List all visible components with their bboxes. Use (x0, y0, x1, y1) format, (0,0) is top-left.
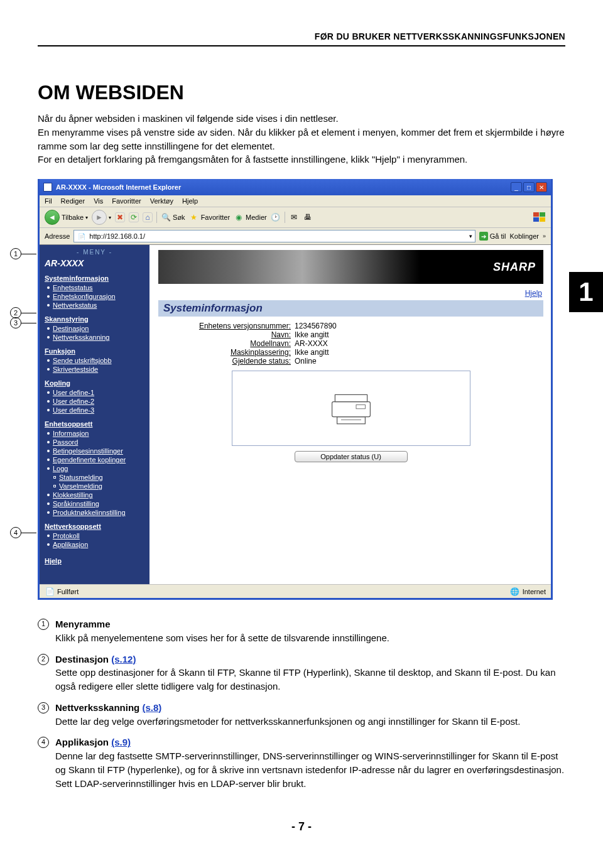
sidebar-item-sprak[interactable]: Språkinnstilling (53, 500, 99, 507)
favorites-button[interactable]: ★Favoritter (189, 212, 230, 222)
callout-column: 1 2 3 4 (10, 179, 35, 600)
menu-edit[interactable]: Rediger (61, 197, 85, 205)
sidebar-group-funksjon[interactable]: Funksjon (45, 347, 144, 355)
sidebar-group-skannstyring[interactable]: Skannstyring (45, 315, 144, 323)
browser-menubar: Fil Rediger Vis Favoritter Verktøy Hjelp (40, 195, 551, 207)
back-button[interactable]: ◄Tilbake▾ (45, 210, 88, 225)
print-icon[interactable]: 🖶 (303, 212, 313, 222)
go-button[interactable]: ➔Gå til (479, 232, 506, 241)
legend-num-4: 4 (38, 737, 49, 748)
legend-desc-1: Klikk på menyelementene som vises her fo… (55, 631, 565, 645)
sidebar-item-egendef[interactable]: Egendefinerte koplinger (53, 456, 126, 464)
sidebar-head: - MENY - (45, 249, 144, 256)
close-button[interactable]: ✕ (536, 182, 547, 192)
info-value-location: Ikke angitt (295, 348, 329, 357)
maximize-button[interactable]: □ (523, 182, 535, 192)
window-title: AR-XXXX - Microsoft Internet Explorer (56, 183, 511, 191)
sidebar-group-systeminfo[interactable]: Systeminformasjon (45, 274, 144, 282)
sidebar-item-nettverksskanning[interactable]: Nettverksskanning (53, 334, 110, 341)
legend-num-1: 1 (38, 619, 49, 630)
legend-desc-2: Sette opp destinasjoner for å Skann til … (55, 666, 565, 693)
legend-num-3: 3 (38, 702, 49, 713)
address-bar: Adresse 📄 http://192.168.0.1/ ▾ ➔Gå til … (40, 228, 551, 245)
sidebar-item-enhetskonfig[interactable]: Enhetskonfigurasjon (53, 293, 116, 300)
search-button[interactable]: 🔍Søk (161, 212, 185, 222)
info-label-version: Enhetens versjonsnummer: (181, 322, 291, 330)
ie-icon (43, 183, 52, 192)
callout-4: 4 (10, 527, 21, 538)
sidebar-item-ud3[interactable]: User define-3 (53, 406, 94, 414)
sidebar-group-enhetsoppsett[interactable]: Enhetsoppsett (45, 420, 144, 428)
svg-rect-3 (540, 217, 545, 222)
svg-rect-4 (335, 394, 367, 401)
sidebar-item-protokoll[interactable]: Protokoll (53, 532, 80, 540)
sidebar-item-testside[interactable]: Skrivertestside (53, 366, 98, 373)
media-button[interactable]: ◉Medier (234, 212, 267, 222)
address-input[interactable]: 📄 http://192.168.0.1/ ▾ (73, 230, 475, 242)
sidebar-item-sendejobb[interactable]: Sende utskriftsjobb (53, 357, 112, 364)
legend-link-4[interactable]: (s.9) (111, 737, 131, 747)
page-icon: 📄 (77, 231, 87, 241)
sidebar-item-applikasjon[interactable]: Applikasjon (53, 541, 88, 548)
chevron-down-icon[interactable]: ▾ (469, 233, 472, 239)
browser-window: AR-XXXX - Microsoft Internet Explorer _ … (38, 179, 553, 600)
browser-toolbar: ◄Tilbake▾ ►▾ ✖ ⟳ ⌂ 🔍Søk ★Favoritter ◉Med… (40, 207, 551, 228)
svg-rect-2 (533, 217, 539, 222)
info-value-model: AR-XXXX (295, 339, 328, 348)
sidebar-item-ud2[interactable]: User define-2 (53, 398, 94, 405)
update-status-button[interactable]: Oppdater status (U) (295, 451, 408, 462)
home-icon[interactable]: ⌂ (143, 212, 153, 222)
legend-title-1: Menyramme (55, 617, 565, 631)
sidebar-item-betingelse[interactable]: Betingelsesinnstillinger (53, 447, 123, 455)
info-label-name: Navn: (181, 330, 291, 339)
sidebar-item-produktnokkel[interactable]: Produktnøkkelinnstilling (53, 509, 126, 516)
stop-icon[interactable]: ✖ (115, 212, 125, 222)
sidebar-item-statusmelding[interactable]: Statusmelding (59, 474, 103, 481)
legend-desc-3: Dette lar deg velge overføringsmetoder f… (55, 715, 565, 729)
sidebar-item-enhetsstatus[interactable]: Enhetsstatus (53, 284, 93, 291)
legend: 1 Menyramme Klikk på menyelementene som … (38, 617, 565, 790)
menu-help[interactable]: Hjelp (182, 197, 198, 205)
info-label-model: Modellnavn: (181, 339, 291, 348)
sidebar-item-klokke[interactable]: Klokkestilling (53, 491, 93, 499)
minimize-button[interactable]: _ (511, 182, 522, 192)
legend-title-4: Applikasjon (55, 737, 109, 747)
sidebar-item-passord[interactable]: Passord (53, 438, 78, 446)
done-icon: 📄 (45, 587, 55, 597)
sidebar-group-nettverksoppsett[interactable]: Nettverksoppsett (45, 523, 144, 530)
menu-file[interactable]: Fil (45, 197, 52, 205)
section-heading: Systeminformasjon (158, 300, 543, 317)
content-pane: SHARP Hjelp Systeminformasjon Enhetens v… (149, 245, 551, 584)
menu-favorites[interactable]: Favoritter (112, 197, 141, 205)
info-value-version: 1234567890 (295, 322, 337, 330)
links-label[interactable]: Koblinger (510, 232, 539, 240)
refresh-icon[interactable]: ⟳ (129, 212, 139, 222)
sidebar-group-kopling[interactable]: Kopling (45, 379, 144, 387)
sidebar-item-logg[interactable]: Logg (53, 465, 68, 472)
svg-rect-1 (540, 212, 545, 217)
status-right: Internet (523, 588, 546, 595)
legend-title-3: Nettverksskanning (55, 702, 139, 713)
status-left: Fullført (57, 588, 79, 595)
menu-view[interactable]: Vis (94, 197, 103, 205)
address-label: Adresse (45, 232, 70, 240)
sharp-logo: SHARP (493, 261, 536, 274)
menu-tools[interactable]: Verktøy (150, 197, 173, 205)
content-help-link[interactable]: Hjelp (525, 289, 542, 298)
sidebar-item-varselmelding[interactable]: Varselmelding (59, 482, 102, 490)
window-titlebar: AR-XXXX - Microsoft Internet Explorer _ … (40, 179, 551, 195)
legend-link-3[interactable]: (s.8) (142, 702, 161, 713)
history-icon[interactable]: 🕑 (271, 212, 281, 222)
mail-icon[interactable]: ✉ (289, 212, 299, 222)
sidebar-item-nettverkstatus[interactable]: Nettverkstatus (53, 301, 97, 309)
printer-image-box (232, 371, 470, 446)
svg-rect-6 (337, 417, 365, 424)
legend-link-2[interactable]: (s.12) (111, 654, 136, 665)
forward-button[interactable]: ►▾ (92, 210, 111, 225)
info-value-name: Ikke angitt (295, 330, 329, 339)
sidebar-item-informasjon[interactable]: Informasjon (53, 430, 89, 437)
sidebar-item-ud1[interactable]: User define-1 (53, 389, 94, 396)
callout-1: 1 (10, 248, 21, 259)
sidebar-item-destinasjon[interactable]: Destinasjon (53, 325, 89, 332)
sidebar-help[interactable]: Hjelp (45, 557, 62, 565)
